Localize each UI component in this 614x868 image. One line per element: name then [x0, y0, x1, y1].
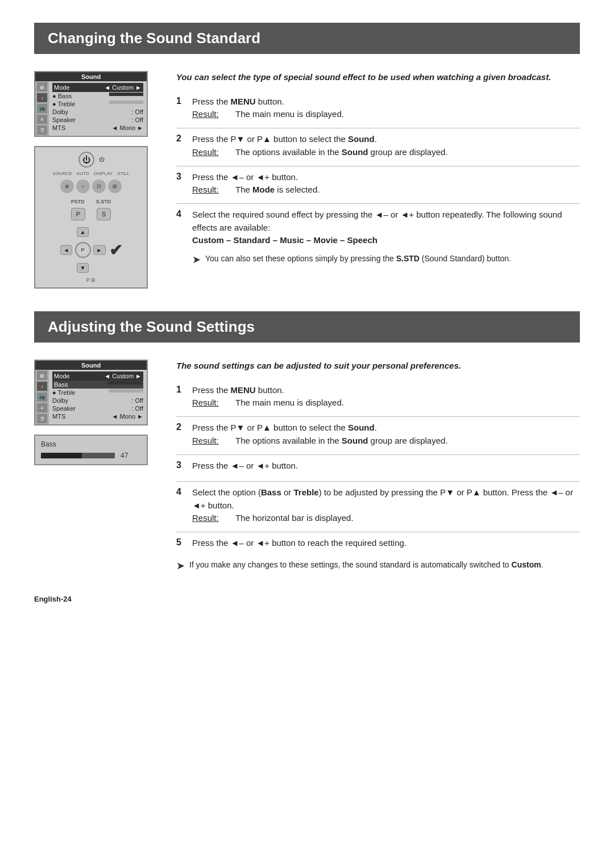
- still-label: STILL: [117, 171, 129, 176]
- sec2-divider-2: [176, 454, 580, 455]
- sec2-step2-result: Result: The options available in the Sou…: [192, 436, 580, 445]
- bass-bar-2: [107, 381, 142, 385]
- nav-right-btn[interactable]: ►: [93, 245, 106, 255]
- power-button[interactable]: ⏻: [78, 152, 94, 168]
- auto-btn[interactable]: ○: [76, 180, 90, 193]
- treble-circle-2: ● Treble: [52, 389, 75, 396]
- nav-up-btn[interactable]: ▲: [77, 227, 89, 237]
- sec2-step5-item: 5 Press the ◄– or ◄+ button to reach the…: [176, 537, 580, 550]
- remote-pstd-sstd: PSTD S.STD: [71, 199, 111, 205]
- bass-slider-row: 47: [41, 452, 141, 460]
- sstd-label: S.STD: [96, 199, 111, 205]
- sstd-bold: S.STD: [396, 254, 420, 263]
- section2-title: Adjusting the Sound Settings: [34, 311, 580, 343]
- step3-mode-bold: Mode: [252, 185, 275, 194]
- menu-row-dolby-1: Dolby : Off: [52, 108, 143, 116]
- sec2-step2-num: 2: [176, 422, 192, 432]
- sec2-step2-body: Press the P▼ or P▲ button to select the …: [192, 422, 580, 445]
- treble-bar-empty: [109, 101, 143, 104]
- bass-screen: Bass 47: [34, 435, 148, 465]
- step3-body: Press the ◄– or ◄+ button. Result: The M…: [192, 171, 580, 195]
- section2-note: ➤ If you make any changes to these setti…: [176, 559, 580, 572]
- step1-body: Press the MENU button. Result: The main …: [192, 95, 580, 119]
- menu-screen1-title: Sound: [35, 72, 147, 81]
- still-btn[interactable]: ⊞: [108, 180, 122, 193]
- speaker-value: : Off: [131, 116, 143, 123]
- step1-result-label: Result:: [192, 109, 232, 119]
- step1-menu-bold: MENU: [231, 97, 256, 106]
- step1-item: 1 Press the MENU button. Result: The mai…: [176, 95, 580, 119]
- section1-steps: 1 Press the MENU button. Result: The mai…: [176, 95, 580, 266]
- pstd-button[interactable]: P: [71, 208, 85, 220]
- mts-value: ◄ Mono ►: [112, 124, 143, 131]
- nav-left-btn[interactable]: ◄: [60, 245, 73, 255]
- menu-screen2-content: Mode ◄ Custom ► Bass ● Treble: [49, 370, 147, 424]
- sec2-step4-treble-bold: Treble: [293, 487, 318, 497]
- section-changing-sound-standard: Changing the Sound Standard Sound ▤ ♪ 📺 …: [34, 23, 580, 289]
- step1-result: Result: The main menu is displayed.: [192, 109, 580, 119]
- section2-intro: The sound settings can be adjusted to su…: [176, 360, 580, 373]
- step3-text: Press the ◄– or ◄+ button.: [192, 171, 580, 184]
- sec2-step1-num: 1: [176, 385, 192, 395]
- bass-circle: ● Bass: [52, 93, 72, 99]
- source-btn[interactable]: ⊕: [60, 180, 74, 193]
- step4-item: 4 Select the required sound effect by pr…: [176, 208, 580, 266]
- remote-joystick: ▲ ▼ ◄ ► P: [60, 227, 106, 273]
- menu-icon-4: ≡: [37, 115, 47, 124]
- section1-text-col: You can select the type of special sound…: [176, 71, 580, 289]
- section2-image-col: Sound ▤ ♪ 📺 ≡ ☰ Mode ◄ Custom ►: [34, 360, 159, 572]
- sec2-step5-body: Press the ◄– or ◄+ button to reach the r…: [192, 537, 580, 550]
- sec2-step3-text: Press the ◄– or ◄+ button.: [192, 460, 580, 473]
- pstd-label: PSTD: [71, 199, 85, 205]
- note-arrow-icon-2: ➤: [176, 560, 185, 572]
- sec2-divider-1: [176, 416, 580, 417]
- mts-value-2: ◄ Mono ►: [112, 413, 143, 420]
- section1-title: Changing the Sound Standard: [34, 23, 580, 54]
- sec2-step1-text: Press the MENU button.: [192, 384, 580, 397]
- section2-note-text: If you make any changes to these setting…: [189, 559, 544, 571]
- nav-down-btn[interactable]: ▼: [77, 263, 89, 273]
- step1-result-text: The main menu is displayed.: [235, 109, 344, 119]
- dolby-value: : Off: [131, 108, 143, 115]
- sec2-step4-result-label: Result:: [192, 513, 232, 523]
- step2-result-text: The options available in the Sound group…: [235, 147, 448, 157]
- menu-row-dolby-2: Dolby : Off: [52, 397, 143, 404]
- bass-slider-fill: [41, 453, 82, 458]
- bass-bar-full: [109, 93, 143, 96]
- menu-icon-3: 📺: [37, 104, 47, 113]
- menu-screen2-title: Sound: [35, 361, 147, 370]
- step3-result: Result: The Mode is selected.: [192, 185, 580, 194]
- sec2-step4-text: Select the option (Bass or Treble) to be…: [192, 486, 580, 512]
- nav-center-btn[interactable]: P: [75, 242, 91, 258]
- menu-row-bass-2-highlighted: Bass: [52, 381, 143, 389]
- menu-row-bass-1: ● Bass: [52, 92, 143, 100]
- step3-result-label: Result:: [192, 185, 232, 194]
- step2-body: Press the P▼ or P▲ button to select the …: [192, 133, 580, 157]
- menu-row-mts-2: MTS ◄ Mono ►: [52, 412, 143, 420]
- sec2-step4-result: Result: The horizontal bar is displayed.: [192, 513, 580, 523]
- menu-row-mts-1: MTS ◄ Mono ►: [52, 124, 143, 132]
- remote-round-btns: ⊕ ○ ⊡ ⊞: [60, 180, 122, 193]
- speaker-label: Speaker: [52, 116, 76, 123]
- menu-icon2-2-active: ♪: [37, 382, 47, 391]
- sec2-step1-item: 1 Press the MENU button. Result: The mai…: [176, 384, 580, 408]
- mode-arrows-value: ◄ Custom ►: [104, 84, 142, 91]
- sec2-step5-text: Press the ◄– or ◄+ button to reach the r…: [192, 537, 580, 550]
- section1-content: Sound ▤ ♪ 📺 ≡ ☰ Mode ◄ Custom ►: [34, 71, 580, 289]
- sec2-step2-sound-bold2: Sound: [342, 436, 368, 445]
- menu-icon2-3: 📺: [37, 393, 47, 402]
- step4-note-text: You can also set these options simply by…: [205, 253, 511, 265]
- sec2-step3-item: 3 Press the ◄– or ◄+ button.: [176, 460, 580, 473]
- display-btn[interactable]: ⊡: [92, 180, 106, 193]
- step2-num: 2: [176, 133, 192, 144]
- menu-screen2-body: ▤ ♪ 📺 ≡ ☰ Mode ◄ Custom ►: [35, 370, 147, 424]
- sstd-button[interactable]: S: [97, 208, 111, 220]
- remote-pstd-sstd-btns: P S: [71, 208, 111, 220]
- auto-label: AUTO: [77, 171, 89, 176]
- bass-slider-track: [41, 453, 115, 458]
- step1-text: Press the MENU button.: [192, 95, 580, 108]
- source-label: SOURCE: [53, 171, 72, 176]
- sec2-step2-sound-bold: Sound: [348, 423, 375, 432]
- remote-labels-row: SOURCE AUTO DISPLAY STILL: [53, 171, 130, 176]
- mts-label: MTS: [52, 124, 65, 131]
